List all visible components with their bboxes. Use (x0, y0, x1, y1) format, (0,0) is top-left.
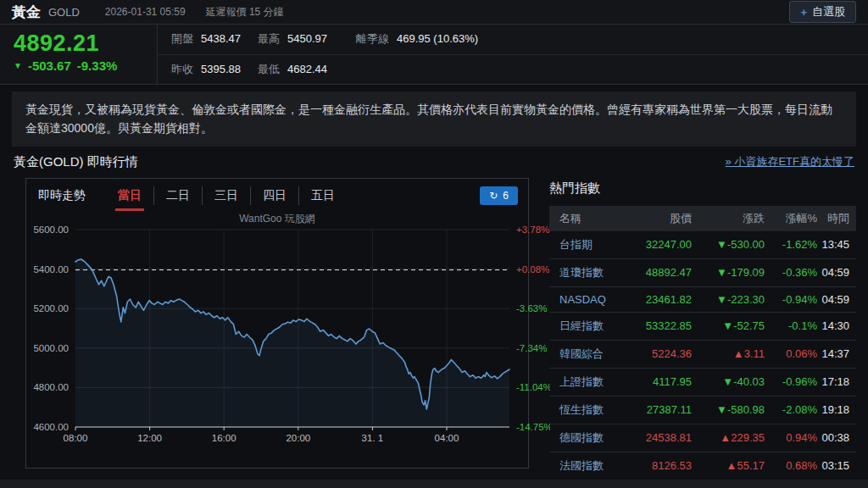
watchlist-label: 自選股 (812, 4, 845, 19)
index-price: 23461.82 (622, 286, 692, 312)
svg-text:08:00: 08:00 (64, 433, 88, 443)
index-row-8[interactable]: 法國指數8126.53▲55.170.68%03:15 (549, 452, 856, 480)
high-label: 最高 (258, 31, 280, 47)
chart-card: 即時走勢 當日二日三日四日五日 ↻ 6 WantGoo 玩股網 5600.00+… (25, 178, 529, 469)
index-price: 32247.00 (622, 231, 692, 259)
column-header-4: 時間 (817, 206, 856, 231)
index-name-link[interactable]: 德國指數 (549, 424, 622, 452)
index-row-2[interactable]: NASDAQ23461.82▼-223.30-0.94%04:59 (549, 286, 856, 312)
svg-text:16:00: 16:00 (212, 433, 236, 443)
section-title: 黃金(GOLD) 即時行情 (14, 154, 138, 170)
index-time: 14:30 (817, 312, 856, 340)
index-time: 00:38 (817, 424, 856, 452)
svg-text:+3.78%: +3.78% (516, 225, 549, 235)
index-name-link[interactable]: 日經指數 (549, 312, 622, 340)
index-price: 48892.47 (622, 258, 692, 286)
svg-text:5200.00: 5200.00 (33, 303, 69, 313)
index-row-7[interactable]: 德國指數24538.81▲229.350.94%00:38 (549, 424, 856, 452)
stock-title: 黃金 (12, 3, 41, 22)
svg-text:-3.63%: -3.63% (516, 303, 547, 313)
index-name-link[interactable]: 法國指數 (549, 452, 622, 480)
index-time: 04:59 (817, 258, 856, 286)
quote-stats: 開盤 5438.47 最高 5450.97 離季線 469.95 (10.63%… (158, 25, 868, 84)
refresh-count: 6 (503, 190, 509, 202)
column-header-0: 名稱 (549, 206, 622, 231)
refresh-icon: ↻ (489, 190, 498, 202)
tab-3day[interactable]: 三日 (202, 186, 250, 205)
chart-card-header: 即時走勢 當日二日三日四日五日 ↻ 6 (26, 179, 528, 209)
index-price: 8126.53 (622, 452, 692, 480)
index-change: ▼-179.09 (692, 258, 765, 286)
top-bar: 黃金 GOLD 2026-01-31 05:59 延遲報價 15 分鐘 + 自選… (0, 0, 868, 25)
hot-indices-title: 熱門指數 (549, 180, 856, 197)
index-time: 14:37 (817, 340, 856, 368)
tab-4day[interactable]: 四日 (250, 186, 298, 205)
index-change-percent: -2.08% (765, 396, 817, 424)
index-name-link[interactable]: 道瓊指數 (549, 258, 622, 286)
section-header: 黃金(GOLD) 即時行情 » 小資族存ETF真的太慢了 (14, 154, 854, 170)
index-time: 17:18 (817, 368, 856, 396)
price-chart: 5600.00+3.78%5400.00+0.08%5200.00-3.63%5… (26, 209, 550, 468)
index-name-link[interactable]: 恆生指數 (549, 396, 622, 424)
quarter-line-label: 離季線 (356, 31, 389, 47)
svg-text:12:00: 12:00 (137, 433, 162, 443)
index-change-percent: -0.36% (765, 258, 817, 286)
svg-text:5000.00: 5000.00 (33, 343, 69, 353)
prev-close-label: 昨收 (171, 62, 193, 77)
index-name-link[interactable]: 台指期 (549, 231, 622, 259)
tab-5day[interactable]: 五日 (298, 186, 347, 205)
index-price: 5224.36 (622, 340, 692, 368)
column-header-3: 漲幅% (765, 206, 817, 231)
open-label: 開盤 (171, 31, 193, 47)
promo-link[interactable]: » 小資族存ETF真的太慢了 (726, 154, 854, 169)
high-value: 5450.97 (287, 32, 327, 45)
svg-text:4800.00: 4800.00 (33, 382, 69, 392)
svg-text:-7.34%: -7.34% (516, 343, 547, 353)
index-change: ▲55.17 (692, 452, 765, 480)
index-change-percent: -0.96% (765, 368, 817, 396)
indices-table-header: 名稱股價漲跌漲幅%時間 (549, 206, 856, 231)
svg-text:5600.00: 5600.00 (33, 225, 69, 235)
add-watchlist-button[interactable]: + 自選股 (789, 1, 856, 23)
open-value: 5438.47 (201, 32, 241, 45)
index-row-4[interactable]: 韓國綜合5224.36▲3.110.06%14:37 (549, 340, 856, 368)
stats-row-1: 開盤 5438.47 最高 5450.97 離季線 469.95 (10.63%… (158, 25, 868, 55)
index-change: ▲229.35 (692, 424, 765, 452)
down-triangle-icon: ▼ (14, 61, 22, 70)
current-price: 4892.21 (14, 30, 157, 57)
index-row-1[interactable]: 道瓊指數48892.47▼-179.09-0.36%04:59 (549, 258, 856, 286)
tab-today[interactable]: 當日 (106, 186, 153, 205)
main-content: 即時走勢 當日二日三日四日五日 ↻ 6 WantGoo 玩股網 5600.00+… (0, 178, 868, 488)
index-name-link[interactable]: NASDAQ (549, 286, 622, 312)
svg-text:20:00: 20:00 (286, 433, 310, 443)
high-stat: 最高 5450.97 (258, 31, 356, 47)
delay-notice: 延遲報價 15 分鐘 (206, 5, 284, 19)
index-price: 4117.95 (622, 368, 692, 396)
index-change: ▼-52.75 (692, 312, 765, 340)
index-row-6[interactable]: 恆生指數27387.11▼-580.98-2.08%19:18 (549, 396, 856, 424)
prev-close-stat: 昨收 5395.88 (171, 62, 258, 77)
tab-2day[interactable]: 二日 (153, 186, 202, 205)
index-name-link[interactable]: 上證指數 (549, 368, 622, 396)
index-change: ▼-530.00 (692, 231, 765, 259)
index-change: ▼-40.03 (692, 368, 765, 396)
price-change-row: ▼ -503.67 -9.33% (14, 58, 157, 73)
index-name-link[interactable]: 韓國綜合 (549, 340, 622, 368)
index-change-percent: 0.06% (765, 340, 817, 368)
svg-text:-14.75%: -14.75% (516, 422, 550, 432)
index-row-5[interactable]: 上證指數4117.95▼-40.03-0.96%17:18 (549, 368, 856, 396)
refresh-button[interactable]: ↻ 6 (480, 186, 518, 205)
realtime-trend-label: 即時走勢 (38, 188, 86, 203)
index-row-3[interactable]: 日經指數53322.85▼-52.75-0.1%14:30 (549, 312, 856, 340)
index-time: 19:18 (817, 396, 856, 424)
index-change-percent: -0.94% (765, 286, 817, 312)
period-tabs: 當日二日三日四日五日 (106, 186, 347, 205)
open-stat: 開盤 5438.47 (171, 31, 258, 47)
index-change-percent: 0.68% (765, 452, 817, 480)
quarter-line-value: 469.95 (10.63%) (397, 32, 478, 45)
index-row-0[interactable]: 台指期32247.00▼-530.00-1.62%13:45 (549, 231, 856, 259)
index-change-percent: -0.1% (765, 312, 817, 340)
svg-text:04:00: 04:00 (435, 433, 459, 443)
chart-area: WantGoo 玩股網 5600.00+3.78%5400.00+0.08%52… (26, 209, 528, 468)
svg-text:31. 1: 31. 1 (362, 433, 384, 443)
